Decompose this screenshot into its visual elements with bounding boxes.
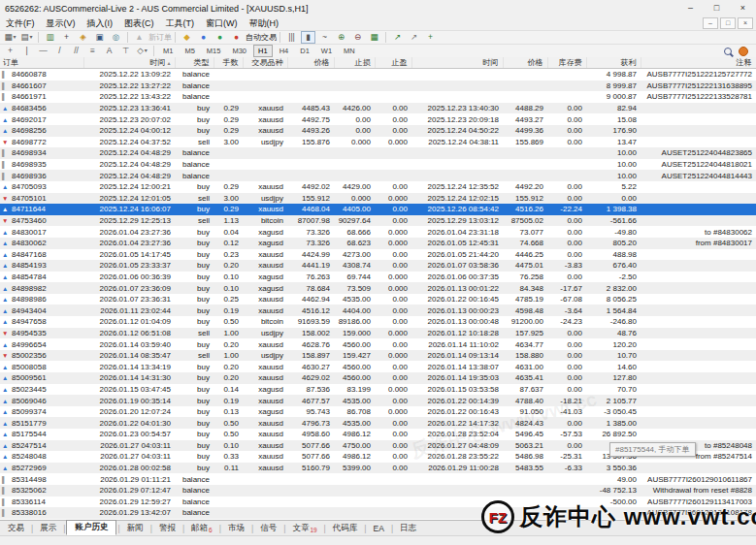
menu-item-v[interactable]: 显示(V) (41, 17, 82, 30)
col-header-type[interactable]: 类型 (175, 57, 214, 69)
strategy-tester-icon[interactable]: ◎ (109, 31, 123, 44)
history-row[interactable]: ▲846834562025.12.23 13:36:41buy0.29xauus… (0, 103, 756, 114)
history-row[interactable]: ▌846989362025.12.24 04:48:29balance10.00… (0, 170, 756, 181)
horizontal-line-tool-icon[interactable]: — (36, 45, 50, 57)
col-header-symbol[interactable]: 交易品种 (243, 57, 287, 69)
mdi-minimize-button[interactable]: – (703, 17, 718, 29)
tab-新闻[interactable]: 新闻 (121, 522, 149, 535)
history-row[interactable]: ▌853250622026.01.29 07:12:47balance-48 7… (0, 485, 756, 497)
col-header-lots[interactable]: 手数 (214, 57, 243, 69)
menu-item-t[interactable]: 工具(T) (160, 17, 201, 30)
history-row[interactable]: ▲850234452026.01.15 03:47:45buy0.14xagus… (0, 384, 756, 396)
timeframe-m5[interactable]: M5 (180, 45, 199, 57)
col-header-order[interactable]: 订单 (0, 57, 83, 69)
history-row[interactable]: ▌846989352025.12.24 04:48:29balance10.00… (0, 159, 756, 171)
history-row[interactable]: ▲848547842026.01.06 00:36:39buy0.10xagus… (0, 272, 756, 283)
timeframe-m15[interactable]: M15 (202, 45, 226, 57)
col-header-close-time[interactable]: 时间 (411, 57, 503, 69)
history-center-icon[interactable]: ◆ (180, 31, 194, 44)
history-row[interactable]: ▲849476582026.01.12 01:04:09buy0.50bitco… (0, 316, 756, 328)
zoom-in-icon[interactable]: ⊕ (334, 31, 348, 44)
col-header-close-price[interactable]: 价格 (503, 57, 547, 69)
trendline-tool-icon[interactable]: / (52, 45, 67, 57)
tab-市场[interactable]: 市场 (222, 522, 250, 535)
tab-交易[interactable]: 交易 (2, 522, 30, 535)
tab-文章[interactable]: 文章19 (286, 522, 322, 535)
timeframe-d1[interactable]: D1 (295, 45, 314, 57)
web-terminal-icon[interactable]: ● (213, 31, 227, 44)
new-order-label[interactable]: 新订单 (148, 32, 172, 43)
col-header-comment[interactable]: 注释 (641, 57, 756, 69)
candlestick-mode-icon[interactable]: ▮ (301, 31, 315, 44)
history-row[interactable]: ▲848989862026.01.07 23:36:31buy0.25xauus… (0, 294, 756, 305)
history-row[interactable]: ▌846616072025.12.22 13:27:22balance8 999… (0, 80, 756, 92)
history-row[interactable]: ▼846987722025.12.24 04:37:52sell3.00usdj… (0, 137, 756, 148)
history-row[interactable]: ▌846619712025.12.22 13:43:22balance9 000… (0, 91, 756, 103)
history-row[interactable]: ▲849434042026.01.11 23:02:44buy0.19xauus… (0, 305, 756, 316)
channel-tool-icon[interactable]: // (69, 45, 83, 57)
history-row[interactable]: ▲846920172025.12.23 20:07:02buy0.29xauus… (0, 113, 756, 125)
history-row[interactable]: ▼850023562026.01.14 08:35:47sell1.00usdj… (0, 350, 756, 362)
history-row[interactable]: ▲850690462026.01.19 00:35:14buy0.19xauus… (0, 395, 756, 406)
search-icon[interactable] (724, 48, 732, 55)
history-row[interactable]: ▲848541932026.01.05 23:33:37buy0.20xauus… (0, 260, 756, 272)
menu-item-f[interactable]: 文件(F) (0, 17, 41, 30)
autotrade-icon[interactable]: ● (229, 31, 244, 44)
tab-警报[interactable]: 警报 (153, 522, 181, 535)
tab-信号[interactable]: 信号 (254, 522, 282, 535)
history-row[interactable]: ▲847116442025.12.24 16:06:07buy0.29xauus… (0, 204, 756, 215)
history-row[interactable]: ▲852729692026.01.28 00:02:58buy0.11xauus… (0, 463, 756, 474)
terminal-icon[interactable]: ▣ (92, 31, 107, 44)
close-button[interactable]: × (730, 0, 756, 16)
new-chart-icon[interactable]: ▦▾ (3, 31, 17, 44)
tab-EA[interactable]: EA (368, 523, 390, 534)
line-chart-mode-icon[interactable]: ~ (317, 31, 332, 44)
menu-item-c[interactable]: 图表(C) (118, 17, 160, 30)
history-row[interactable]: ▌846989342025.12.24 04:48:29balance10.00… (0, 147, 756, 159)
alert-icon[interactable] (739, 47, 748, 56)
history-row[interactable]: ▲850095612026.01.14 14:31:30buy0.20xauus… (0, 372, 756, 384)
timeframe-h1[interactable]: H1 (253, 45, 273, 57)
menu-item-i[interactable]: 插入(I) (82, 17, 119, 30)
tab-邮箱[interactable]: 邮箱6 (185, 522, 218, 535)
col-header-sl[interactable]: 止损 (334, 57, 375, 69)
minimize-button[interactable]: – (677, 0, 704, 16)
new-order-icon[interactable]: ▲ (132, 31, 147, 44)
history-row[interactable]: ▲851517792026.01.22 04:01:30buy0.50xauus… (0, 417, 756, 429)
history-row[interactable]: ▼849545352026.01.12 06:51:08sell1.00usdj… (0, 328, 756, 339)
history-row[interactable]: ▼847051012025.12.24 12:01:05sell3.00usdj… (0, 193, 756, 205)
vertical-line-tool-icon[interactable]: | (19, 45, 34, 57)
col-header-open-time[interactable]: 时间▴ (83, 57, 175, 69)
menu-item-h[interactable]: 帮助(H) (244, 17, 285, 30)
menu-item-w[interactable]: 窗口(W) (200, 17, 244, 30)
shapes-tool-icon[interactable]: ◇▾ (135, 45, 149, 57)
history-row[interactable]: ▼847534602025.12.29 12:25:13sell1.13bitc… (0, 215, 756, 227)
history-row[interactable]: ▌853144982026.01.29 01:11:21balance49.00… (0, 473, 756, 485)
history-row[interactable]: ▲848471682026.01.05 14:17:45buy0.23xauus… (0, 249, 756, 261)
history-row[interactable]: ▲850080582026.01.14 13:34:19buy0.20xauus… (0, 361, 756, 372)
col-header-open-price[interactable]: 价格 (287, 57, 334, 69)
history-row[interactable]: ▲851755442026.01.23 00:54:57buy0.50xauus… (0, 429, 756, 440)
maximize-button[interactable]: □ (704, 0, 730, 16)
data-window-icon[interactable]: + (59, 31, 74, 44)
text-tool-icon[interactable]: A (102, 45, 116, 57)
timeframe-h4[interactable]: H4 (275, 45, 294, 57)
timeframe-w1[interactable]: W1 (316, 45, 337, 57)
history-row[interactable]: ▌846608782025.12.22 13:09:22balance4 998… (0, 69, 756, 80)
history-row[interactable]: ▲848989822026.01.07 23:36:09buy0.10xagus… (0, 282, 756, 294)
tab-展示[interactable]: 展示 (34, 522, 62, 535)
indicators-icon[interactable]: ↗ (390, 31, 405, 44)
history-row[interactable]: ▲847050932025.12.24 12:00:21buy0.29xauus… (0, 181, 756, 193)
col-header-swap[interactable]: 库存费 (547, 57, 586, 69)
timeframe-mn[interactable]: MN (339, 45, 360, 57)
label-tool-icon[interactable]: ⊤ (118, 45, 133, 57)
col-header-tp[interactable]: 止盈 (375, 57, 411, 69)
col-header-profit[interactable]: 获利 (586, 57, 641, 69)
mdi-restore-button[interactable]: □ (720, 17, 736, 29)
tab-代码库[interactable]: 代码库 (327, 522, 364, 535)
tab-日志[interactable]: 日志 (394, 522, 422, 535)
profiles-icon[interactable]: ▤▾ (19, 31, 34, 44)
mdi-close-button[interactable]: × (738, 17, 753, 29)
autotrade-label[interactable]: 自动交易 (246, 32, 277, 43)
history-row[interactable]: ▲848300622026.01.04 23:27:36buy0.12xagus… (0, 238, 756, 249)
